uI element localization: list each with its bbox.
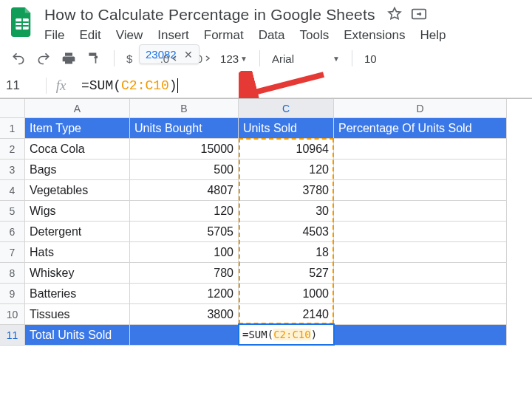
undo-button[interactable] <box>10 50 27 66</box>
menu-edit[interactable]: Edit <box>79 28 100 43</box>
col-header-d[interactable]: D <box>334 99 507 118</box>
row-header[interactable]: 11 <box>0 325 25 346</box>
text-cursor <box>177 78 178 93</box>
menu-help[interactable]: Help <box>420 28 446 43</box>
formula-bar[interactable]: =SUM(C2:C10) <box>75 75 532 96</box>
menu-tools[interactable]: Tools <box>300 28 330 43</box>
formula-open-paren: ( <box>113 78 121 93</box>
toolbar: 23082 ✕ $ % .0 .00 123▼ Arial ▼ 10 <box>0 43 532 74</box>
star-icon[interactable] <box>387 7 402 24</box>
cell[interactable]: Tissues <box>25 304 130 325</box>
cell[interactable] <box>334 139 507 159</box>
cell[interactable] <box>334 180 507 201</box>
cell[interactable]: 527 <box>239 263 334 284</box>
currency-format-button[interactable]: $ <box>126 50 132 66</box>
cell[interactable]: 4503 <box>239 222 334 242</box>
print-button[interactable] <box>61 50 77 66</box>
row-header[interactable]: 10 <box>0 304 25 325</box>
row-header[interactable]: 7 <box>0 242 25 263</box>
formula-range: C2:C10 <box>121 78 169 93</box>
move-to-drive-icon[interactable] <box>411 7 427 24</box>
row-header[interactable]: 4 <box>0 180 25 201</box>
cell[interactable]: 780 <box>130 263 239 284</box>
col-header-b[interactable]: B <box>130 99 239 118</box>
toolbar-divider <box>352 50 352 66</box>
menu-view[interactable]: View <box>116 28 143 43</box>
cell[interactable] <box>334 159 507 180</box>
font-family-select[interactable]: Arial <box>272 52 324 65</box>
cell[interactable]: Wigs <box>25 201 130 222</box>
cell[interactable]: Hats <box>25 242 130 263</box>
cell[interactable]: 1000 <box>239 284 334 304</box>
cell[interactable]: 18 <box>239 242 334 263</box>
paint-format-button[interactable] <box>86 50 102 66</box>
cell[interactable]: 30 <box>239 201 334 222</box>
row-header[interactable]: 9 <box>0 284 25 304</box>
decrease-decimal-button[interactable]: .0 <box>160 50 179 66</box>
row-header[interactable]: 8 <box>0 263 25 284</box>
cell[interactable] <box>334 304 507 325</box>
header-cell[interactable]: Item Type <box>25 118 130 139</box>
row-header[interactable]: 5 <box>0 201 25 222</box>
cell[interactable]: Whiskey <box>25 263 130 284</box>
cell[interactable] <box>334 242 507 263</box>
spreadsheet-grid[interactable]: A B C D 1 Item Type Units Bought Units S… <box>0 98 532 346</box>
cell[interactable] <box>334 201 507 222</box>
row-header[interactable]: 6 <box>0 222 25 242</box>
menu-file[interactable]: File <box>44 28 64 43</box>
cell[interactable]: Detergent <box>25 222 130 242</box>
header-cell[interactable]: Percentage Of Units Sold <box>334 118 507 139</box>
cell[interactable]: 100 <box>130 242 239 263</box>
cell[interactable]: 5705 <box>130 222 239 242</box>
fx-icon: fx <box>46 78 75 94</box>
cell[interactable]: Coca Cola <box>25 139 130 159</box>
toolbar-divider <box>259 50 260 66</box>
spreadsheet-grid-wrapper: A B C D 1 Item Type Units Bought Units S… <box>0 98 532 346</box>
cell[interactable]: 15000 <box>130 139 239 159</box>
name-box[interactable]: 11 <box>0 75 46 96</box>
col-header-a[interactable]: A <box>25 99 130 118</box>
cell[interactable]: Batteries <box>25 284 130 304</box>
header-cell[interactable]: Units Sold <box>239 118 334 139</box>
cell[interactable]: Bags <box>25 159 130 180</box>
titlebar: How to Calculate Percentage in Google Sh… <box>0 0 532 43</box>
active-cell-placeholder[interactable] <box>239 325 334 346</box>
select-all-corner[interactable] <box>0 99 25 118</box>
close-icon[interactable]: ✕ <box>184 49 193 61</box>
font-size-input[interactable]: 10 <box>364 52 377 65</box>
total-label-cell[interactable]: Total Units Sold <box>25 325 130 346</box>
menu-extensions[interactable]: Extensions <box>344 28 405 43</box>
formula-close-paren: ) <box>169 78 177 93</box>
cell[interactable] <box>334 222 507 242</box>
cell[interactable]: 120 <box>130 201 239 222</box>
cell[interactable]: 1200 <box>130 284 239 304</box>
menu-data[interactable]: Data <box>259 28 285 43</box>
header-cell[interactable]: Units Bought <box>130 118 239 139</box>
chevron-down-icon: ▼ <box>332 55 340 63</box>
cell[interactable]: 3780 <box>239 180 334 201</box>
cell[interactable] <box>334 325 507 346</box>
formula-fn: =SUM <box>81 78 113 93</box>
row-header[interactable]: 2 <box>0 139 25 159</box>
cell[interactable]: 500 <box>130 159 239 180</box>
cell[interactable]: 120 <box>239 159 334 180</box>
sheets-logo <box>9 6 35 38</box>
cell[interactable]: 3800 <box>130 304 239 325</box>
cell[interactable]: 4807 <box>130 180 239 201</box>
row-header[interactable]: 3 <box>0 159 25 180</box>
cell[interactable]: Vegetables <box>25 180 130 201</box>
menu-format[interactable]: Format <box>204 28 244 43</box>
redo-button[interactable] <box>35 50 52 66</box>
row-header[interactable]: 1 <box>0 118 25 139</box>
cell[interactable]: 10964 <box>239 139 334 159</box>
cell[interactable]: 2140 <box>239 304 334 325</box>
cell[interactable] <box>334 263 507 284</box>
more-formats-button[interactable]: 123▼ <box>220 52 248 65</box>
doc-title[interactable]: How to Calculate Percentage in Google Sh… <box>44 6 375 24</box>
cell[interactable] <box>130 325 239 346</box>
cell[interactable] <box>334 284 507 304</box>
col-header-c[interactable]: C <box>239 99 334 118</box>
menubar: File Edit View Insert Format Data Tools … <box>44 28 523 43</box>
toolbar-divider <box>114 50 115 66</box>
menu-insert[interactable]: Insert <box>157 28 189 43</box>
